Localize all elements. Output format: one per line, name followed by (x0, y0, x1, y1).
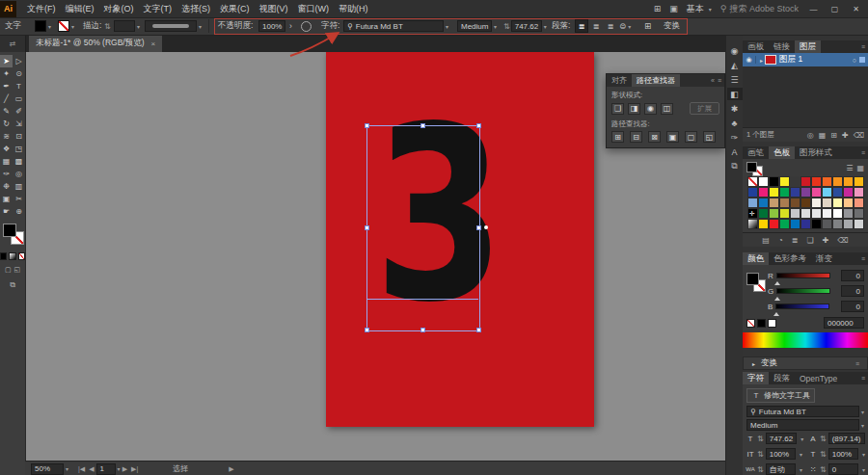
menu-item[interactable]: 对象(O) (104, 3, 134, 15)
appearance-panel-icon[interactable]: ✑ (727, 131, 743, 144)
swatch-color[interactable] (779, 187, 790, 198)
stock-search[interactable]: ⚲ 搜索 Adobe Stock (720, 3, 799, 15)
opacity-options-icon[interactable]: › (289, 20, 292, 32)
unite-button[interactable]: ❑ (611, 103, 624, 115)
swatch-color[interactable] (800, 219, 811, 229)
swatch-color[interactable] (811, 219, 822, 229)
maximize-button[interactable]: ▢ (828, 5, 841, 13)
swatch-color[interactable] (811, 208, 822, 219)
toolbar-collapse-icon[interactable]: ⇄ (0, 35, 26, 52)
artboard-tool[interactable]: ▣ (0, 193, 13, 205)
outline-button[interactable]: ▢ (685, 131, 697, 143)
swatch-color[interactable] (832, 219, 843, 229)
export-panel-icon[interactable]: ⧉ (727, 160, 743, 172)
leading-field[interactable]: A ⇅ (897.14) ▾ (805, 431, 868, 446)
char-font-field[interactable]: ⚲Futura Md BT ▾ (746, 406, 864, 417)
menu-item[interactable]: 窗口(W) (298, 3, 330, 15)
swatch-color[interactable] (800, 208, 811, 219)
hex-field[interactable]: 000000 (824, 317, 864, 329)
white-chip[interactable] (768, 319, 776, 328)
swatch-color[interactable] (854, 208, 864, 219)
target-circle-icon[interactable]: ○ (853, 57, 856, 64)
minimize-button[interactable]: — (807, 5, 820, 13)
tab-pathfinder[interactable]: 路径查找器 (632, 74, 680, 87)
touch-type-tool-button[interactable]: T 修饰文字工具 (746, 388, 815, 403)
tab-color-guide[interactable]: 色彩参考 (769, 252, 811, 265)
swatch-color[interactable] (779, 198, 790, 208)
prev-artboard-icon[interactable]: ◀ (89, 465, 94, 473)
stroke-width-stepper[interactable]: ⇅ (104, 20, 111, 32)
none-mode-icon[interactable] (18, 252, 25, 260)
close-tab-icon[interactable]: × (151, 40, 156, 48)
swatch-color[interactable] (811, 198, 822, 208)
intersect-button[interactable]: ◉ (644, 103, 657, 115)
swatch-color[interactable] (800, 198, 811, 208)
swatch-empty[interactable] (790, 176, 800, 187)
font-family-field[interactable]: ⚲Futura Md BT ▾ (343, 20, 448, 32)
swatch-color[interactable] (758, 219, 769, 229)
last-artboard-icon[interactable]: ▶| (131, 465, 138, 473)
align-left-button[interactable]: ≣ (575, 19, 588, 33)
scale-tool[interactable]: ⇲ (13, 118, 25, 130)
tab-character[interactable]: 字符 (743, 372, 769, 384)
swatch-libraries-icon[interactable]: ▤ (762, 236, 770, 245)
type-tool[interactable]: T (13, 80, 25, 92)
visibility-eye-icon[interactable]: ◉ (743, 56, 756, 64)
arrange-documents-icon[interactable]: ⊞ (654, 4, 662, 13)
swatch-color[interactable] (800, 176, 811, 187)
tab-opentype[interactable]: OpenType (795, 372, 842, 384)
expand-button[interactable]: 扩展 (690, 102, 719, 115)
expand-arrow-icon[interactable]: ▸ (760, 57, 763, 64)
swatch-color[interactable] (822, 219, 832, 229)
direct-selection-tool[interactable]: ▷ (13, 55, 25, 67)
horizontal-scale-field[interactable]: T ⇅ 100% ▾ (805, 446, 868, 462)
swatch-kinds-icon[interactable]: ≣ (792, 236, 799, 245)
char-para-panel-toggle[interactable]: ⊞ (644, 20, 651, 32)
green-value-field[interactable]: 0 (841, 285, 864, 297)
swatch-color[interactable] (790, 208, 800, 219)
gradient-panel-icon[interactable]: ◭ (727, 59, 743, 71)
stroke-width-dropdown[interactable]: ▾ (114, 20, 140, 32)
selection-handle[interactable] (365, 225, 369, 230)
menu-item[interactable]: 效果(C) (220, 3, 250, 15)
delete-layer-icon[interactable]: ⌫ (854, 131, 864, 140)
align-center-button[interactable]: ≣ (589, 19, 603, 33)
merge-button[interactable]: ⊠ (648, 131, 661, 143)
selection-handle[interactable] (420, 123, 425, 128)
selection-handle[interactable] (420, 328, 425, 332)
swatch-color[interactable] (769, 176, 779, 187)
panel-menu-icon[interactable]: ≡ (861, 146, 868, 159)
red-value-field[interactable]: 0 (841, 270, 864, 281)
tracking-field[interactable]: ⁙ ⇅ 0 ▾ (805, 462, 868, 475)
swatch-color[interactable] (822, 187, 832, 198)
next-artboard-icon[interactable]: ▶ (122, 465, 127, 473)
character-styles-panel-icon[interactable]: A (727, 145, 743, 158)
selection-tool[interactable]: ➤ (0, 55, 13, 67)
swatch-color[interactable] (854, 176, 864, 187)
selection-handle[interactable] (476, 225, 481, 230)
color-panel-icon[interactable]: ◉ (727, 44, 743, 57)
align-panel-icon[interactable]: ☰ (727, 73, 743, 86)
align-right-button[interactable]: ≣ (604, 19, 617, 33)
rectangle-tool[interactable]: ▭ (13, 92, 25, 105)
swatch-color[interactable] (822, 208, 832, 219)
perspective-grid-tool[interactable]: ◳ (13, 143, 25, 155)
make-clipping-mask-icon[interactable]: ◎ (807, 131, 814, 140)
minus-front-button[interactable]: ◨ (628, 103, 640, 115)
pathfinder-panel-icon[interactable]: ◧ (727, 88, 743, 100)
color-spectrum-bar[interactable] (743, 332, 868, 348)
font-style-dropdown[interactable]: Medium▾ (457, 20, 497, 32)
swatch-color[interactable] (811, 187, 822, 198)
draw-normal-icon[interactable]: ▢ (5, 266, 12, 274)
swatch-color[interactable] (779, 176, 790, 187)
gpu-performance-icon[interactable]: ▣ (669, 4, 678, 13)
swatch-color[interactable] (811, 176, 822, 187)
panel-menu-icon[interactable]: ≡ (718, 77, 721, 84)
vertical-scale-field[interactable]: IT ⇅ 100% ▾ (743, 446, 805, 462)
zoom-level-field[interactable]: 50% (31, 463, 64, 475)
free-transform-tool[interactable]: ⊡ (13, 130, 25, 143)
expand-arrow-icon[interactable]: ▸ (752, 360, 755, 367)
swatch-color[interactable] (779, 208, 790, 219)
swatch-color[interactable] (832, 176, 843, 187)
swatch-color[interactable] (758, 176, 769, 187)
